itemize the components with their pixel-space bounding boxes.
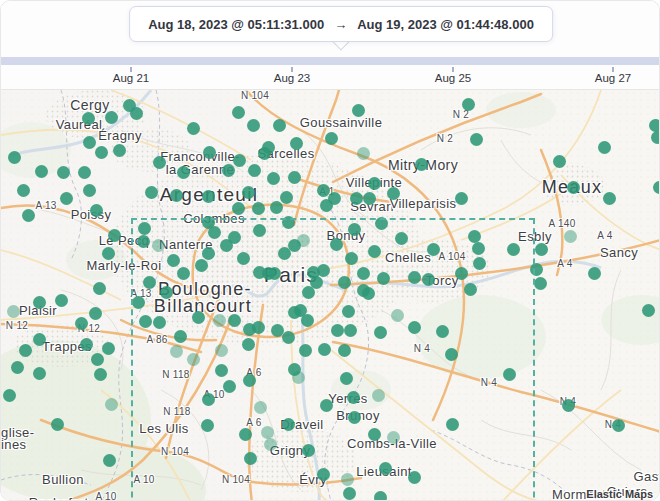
data-point[interactable] bbox=[292, 371, 305, 384]
data-point[interactable] bbox=[348, 411, 361, 424]
data-point[interactable] bbox=[408, 271, 421, 284]
data-point[interactable] bbox=[344, 324, 357, 337]
data-point[interactable] bbox=[368, 177, 381, 190]
data-point[interactable] bbox=[248, 164, 261, 177]
data-point[interactable] bbox=[60, 192, 73, 205]
data-point[interactable] bbox=[472, 242, 485, 255]
data-point[interactable] bbox=[108, 229, 121, 242]
data-point[interactable] bbox=[177, 267, 190, 280]
data-point[interactable] bbox=[138, 222, 151, 235]
data-point[interactable] bbox=[535, 243, 548, 256]
data-point[interactable] bbox=[415, 158, 428, 171]
data-point[interactable] bbox=[267, 172, 280, 185]
data-point[interactable] bbox=[375, 217, 388, 230]
data-point[interactable] bbox=[105, 398, 118, 411]
data-point[interactable] bbox=[320, 399, 333, 412]
data-point[interactable] bbox=[408, 471, 421, 484]
data-point[interactable] bbox=[153, 156, 166, 169]
data-point[interactable] bbox=[83, 136, 96, 149]
data-point[interactable] bbox=[8, 151, 21, 164]
data-point[interactable] bbox=[464, 283, 477, 296]
data-point[interactable] bbox=[228, 314, 241, 327]
data-point[interactable] bbox=[408, 321, 421, 334]
data-point[interactable] bbox=[33, 296, 46, 309]
data-point[interactable] bbox=[372, 389, 385, 402]
data-point[interactable] bbox=[651, 131, 660, 144]
data-point[interactable] bbox=[232, 202, 245, 215]
data-point[interactable] bbox=[213, 314, 226, 327]
data-point[interactable] bbox=[130, 107, 143, 120]
data-point[interactable] bbox=[642, 304, 655, 317]
data-point[interactable] bbox=[215, 344, 228, 357]
data-point[interactable] bbox=[94, 368, 107, 381]
data-point[interactable] bbox=[261, 426, 274, 439]
data-point[interactable] bbox=[80, 338, 93, 351]
data-point[interactable] bbox=[347, 391, 360, 404]
data-point[interactable] bbox=[137, 235, 150, 248]
data-point[interactable] bbox=[82, 112, 95, 125]
data-point[interactable] bbox=[89, 307, 102, 320]
data-point[interactable] bbox=[242, 338, 255, 351]
data-point[interactable] bbox=[362, 287, 375, 300]
data-point[interactable] bbox=[345, 252, 358, 265]
data-point[interactable] bbox=[317, 184, 330, 197]
data-point[interactable] bbox=[395, 232, 408, 245]
data-point[interactable] bbox=[201, 419, 214, 432]
data-point[interactable] bbox=[588, 267, 601, 280]
data-point[interactable] bbox=[253, 224, 266, 237]
data-point[interactable] bbox=[343, 487, 356, 500]
data-point[interactable] bbox=[223, 380, 236, 393]
data-point[interactable] bbox=[653, 181, 660, 194]
data-point[interactable] bbox=[102, 247, 115, 260]
data-point[interactable] bbox=[530, 263, 543, 276]
data-point[interactable] bbox=[139, 315, 152, 328]
data-point[interactable] bbox=[243, 374, 256, 387]
data-point[interactable] bbox=[348, 223, 361, 236]
data-point[interactable] bbox=[7, 305, 20, 318]
map-attribution-link[interactable]: Elastic Maps bbox=[586, 488, 653, 500]
data-point[interactable] bbox=[254, 401, 267, 414]
data-point[interactable] bbox=[160, 286, 173, 299]
data-point[interactable] bbox=[233, 154, 246, 167]
data-point[interactable] bbox=[282, 418, 295, 431]
data-point[interactable] bbox=[153, 316, 166, 329]
data-point[interactable] bbox=[288, 171, 301, 184]
data-point[interactable] bbox=[328, 192, 341, 205]
data-point[interactable] bbox=[3, 389, 16, 402]
data-point[interactable] bbox=[170, 345, 183, 358]
data-point[interactable] bbox=[202, 393, 215, 406]
data-point[interactable] bbox=[368, 428, 381, 441]
data-point[interactable] bbox=[290, 137, 303, 150]
data-point[interactable] bbox=[564, 230, 577, 243]
data-point[interactable] bbox=[103, 454, 116, 467]
data-point[interactable] bbox=[422, 273, 435, 286]
data-point[interactable] bbox=[264, 438, 277, 451]
data-point[interactable] bbox=[567, 181, 580, 194]
data-point[interactable] bbox=[237, 252, 250, 265]
data-point[interactable] bbox=[350, 192, 363, 205]
data-point[interactable] bbox=[22, 209, 35, 222]
data-point[interactable] bbox=[244, 452, 257, 465]
data-point[interactable] bbox=[503, 368, 516, 381]
data-point[interactable] bbox=[83, 184, 96, 197]
data-point[interactable] bbox=[534, 277, 547, 290]
data-point[interactable] bbox=[203, 146, 216, 159]
data-point[interactable] bbox=[242, 186, 255, 199]
data-point[interactable] bbox=[95, 146, 108, 159]
data-point[interactable] bbox=[247, 119, 260, 132]
data-point[interactable] bbox=[220, 239, 233, 252]
data-point[interactable] bbox=[302, 286, 315, 299]
data-point[interactable] bbox=[113, 144, 126, 157]
data-point[interactable] bbox=[202, 190, 215, 203]
data-point[interactable] bbox=[338, 276, 351, 289]
data-point[interactable] bbox=[187, 122, 200, 135]
data-point[interactable] bbox=[446, 418, 459, 431]
data-point[interactable] bbox=[187, 353, 200, 366]
data-point[interactable] bbox=[55, 294, 68, 307]
data-point[interactable] bbox=[317, 468, 330, 481]
data-point[interactable] bbox=[562, 399, 575, 412]
data-point[interactable] bbox=[340, 372, 353, 385]
data-point[interactable] bbox=[325, 132, 338, 145]
data-point[interactable] bbox=[35, 165, 48, 178]
data-point[interactable] bbox=[445, 348, 458, 361]
